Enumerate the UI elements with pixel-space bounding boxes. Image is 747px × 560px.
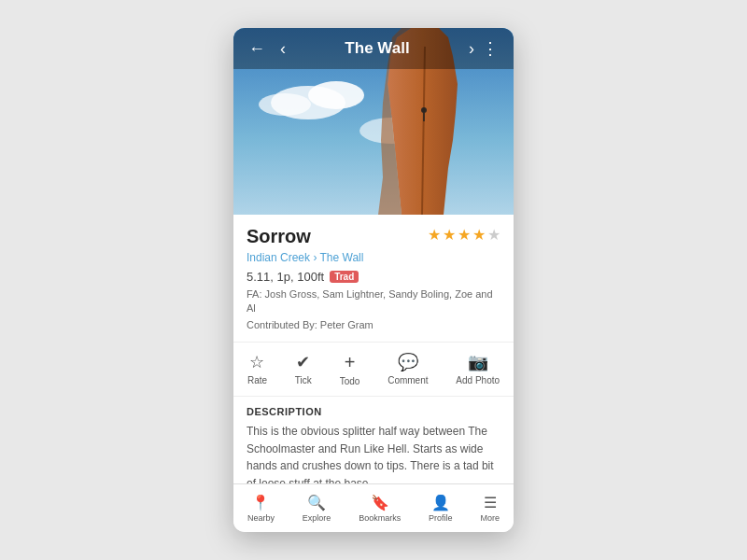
nearby-icon: 📍 [251, 494, 270, 511]
nav-bookmarks[interactable]: 🔖 Bookmarks [359, 494, 401, 523]
breadcrumb-area[interactable]: Indian Creek [247, 251, 310, 264]
route-name: Sorrow [247, 226, 311, 247]
comment-button[interactable]: 💬 Comment [388, 352, 428, 386]
add-photo-button[interactable]: 📷 Add Photo [456, 352, 500, 386]
nav-profile[interactable]: 👤 Profile [429, 494, 453, 523]
nav-nearby[interactable]: 📍 Nearby [247, 494, 275, 523]
star-4: ★ [472, 226, 486, 244]
star-5: ★ [487, 226, 500, 244]
content-area: Sorrow ★ ★ ★ ★ ★ Indian Creek › The Wall… [233, 215, 514, 483]
back-button[interactable]: ← [245, 35, 269, 63]
type-badge: Trad [330, 271, 359, 283]
contributed-text: Contributed By: Peter Gram [247, 318, 500, 332]
profile-icon: 👤 [431, 494, 450, 511]
star-2: ★ [443, 226, 456, 244]
phone-container: ← ‹ The Wall › ⋮ Sorrow ★ ★ ★ ★ ★ Indi [233, 28, 514, 532]
breadcrumb-wall[interactable]: The Wall [320, 251, 364, 264]
route-grade: 5.11, 1p, 100ft [247, 270, 324, 284]
rate-icon: ☆ [249, 352, 264, 372]
more-label: More [481, 513, 500, 523]
header-left: ← ‹ [245, 35, 289, 63]
route-title-row: Sorrow ★ ★ ★ ★ ★ [247, 226, 500, 247]
breadcrumb-sep: › [310, 251, 319, 264]
description-text: This is the obvious splitter half way be… [247, 423, 500, 483]
rate-label: Rate [247, 375, 267, 385]
tick-icon: ✔ [296, 352, 310, 372]
svg-point-9 [421, 107, 427, 113]
comment-label: Comment [388, 375, 428, 385]
route-meta: 5.11, 1p, 100ft Trad [247, 270, 500, 284]
add-photo-label: Add Photo [456, 375, 500, 385]
header-title: The Wall [289, 39, 465, 58]
top-header: ← ‹ The Wall › ⋮ [233, 28, 514, 69]
profile-label: Profile [429, 513, 453, 523]
explore-icon: 🔍 [307, 494, 326, 511]
nav-more[interactable]: ☰ More [481, 494, 500, 523]
todo-label: Todo [340, 376, 360, 386]
action-bar: ☆ Rate ✔ Tick + Todo 💬 Comment 📷 Add Pho… [233, 343, 514, 397]
star-rating: ★ ★ ★ ★ ★ [428, 226, 500, 244]
breadcrumb: Indian Creek › The Wall [247, 251, 500, 264]
star-3: ★ [458, 226, 471, 244]
explore-label: Explore [303, 513, 331, 523]
comment-icon: 💬 [398, 352, 418, 372]
tick-button[interactable]: ✔ Tick [295, 352, 312, 386]
fa-text: FA: Josh Gross, Sam Lightner, Sandy Boli… [247, 287, 500, 316]
more-button[interactable]: ⋮ [478, 35, 502, 63]
todo-icon: + [345, 352, 356, 373]
todo-button[interactable]: + Todo [340, 352, 360, 386]
svg-point-2 [308, 81, 364, 109]
route-header: Sorrow ★ ★ ★ ★ ★ Indian Creek › The Wall… [233, 215, 514, 343]
bookmarks-icon: 🔖 [371, 494, 389, 511]
bottom-nav: 📍 Nearby 🔍 Explore 🔖 Bookmarks 👤 Profile… [233, 483, 514, 532]
header-right: › ⋮ [465, 35, 502, 63]
rate-button[interactable]: ☆ Rate [247, 352, 267, 386]
description-section: DESCRIPTION This is the obvious splitter… [233, 397, 514, 483]
bookmarks-label: Bookmarks [359, 513, 401, 523]
nearby-label: Nearby [247, 513, 275, 523]
star-1: ★ [428, 226, 441, 244]
next-button[interactable]: › [465, 35, 478, 63]
more-icon: ☰ [484, 494, 497, 511]
nav-explore[interactable]: 🔍 Explore [303, 494, 331, 523]
description-title: DESCRIPTION [247, 406, 500, 417]
camera-icon: 📷 [468, 352, 488, 372]
prev-button[interactable]: ‹ [276, 35, 289, 63]
svg-point-3 [259, 93, 311, 116]
tick-label: Tick [295, 375, 312, 385]
